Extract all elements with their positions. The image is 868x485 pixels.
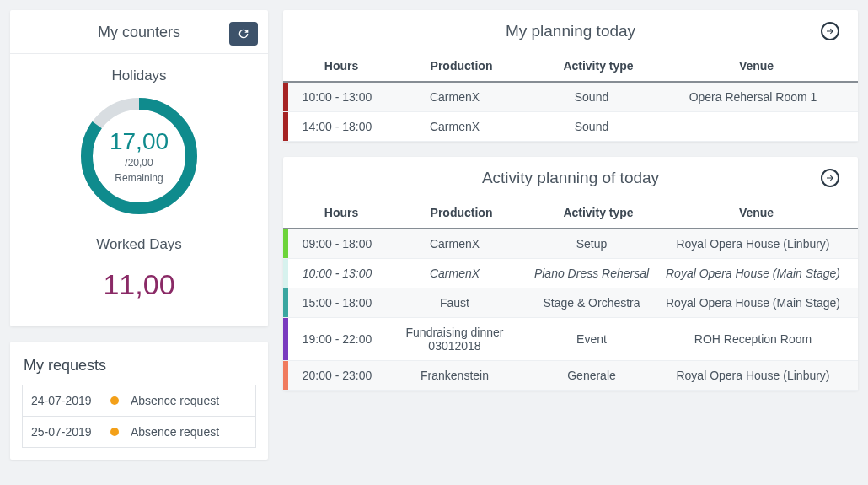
status-dot-icon [110,396,119,405]
arrow-right-icon [825,26,835,36]
cell-production: CarmenX [381,120,528,133]
cell-hours: 10:00 - 13:00 [288,267,381,280]
cell-production: CarmenX [381,90,528,104]
cell-hours: 09:00 - 18:00 [288,237,381,251]
request-label: Absence request [131,394,219,407]
table-row[interactable]: 09:00 - 18:00CarmenXSetupRoyal Opera Hou… [283,229,858,259]
counters-title: My counters [98,24,180,41]
request-date: 24-07-2019 [31,394,105,407]
request-row[interactable]: 24-07-2019Absence request [23,385,255,417]
cell-activity: Stage & Orchestra [528,296,655,310]
activity-planning-goto-button[interactable] [821,169,839,187]
activity-planning-card: Activity planning of today Hours Product… [283,157,858,391]
cell-venue: Opera Rehersal Room 1 [655,90,851,104]
col-venue: Venue [662,206,851,219]
table-row[interactable]: 15:00 - 18:00FaustStage & OrchestraRoyal… [283,288,858,318]
cell-activity: Setup [528,237,655,251]
col-activity: Activity type [535,59,662,73]
col-hours: Hours [295,206,388,219]
refresh-icon [237,27,250,40]
table-row[interactable]: 10:00 - 13:00CarmenXSoundOpera Rehersal … [283,83,858,112]
cell-venue: Royal Opera House (Linbury) [655,237,851,251]
holidays-label: Holidays [19,67,260,84]
col-hours: Hours [295,59,388,73]
arrow-right-icon [825,173,835,183]
col-venue: Venue [662,59,851,73]
cell-hours: 14:00 - 18:00 [288,120,381,133]
cell-production: Faust [381,296,528,310]
requests-title: My requests [24,357,255,375]
table-row[interactable]: 20:00 - 23:00FrankensteinGeneraleRoyal O… [283,361,858,391]
cell-venue: Royal Opera House (Main Stage) [655,267,851,280]
cell-activity: Piano Dress Rehersal [528,267,655,280]
activity-planning-title: Activity planning of today [292,169,849,187]
holidays-value: 17,00 [110,128,169,155]
request-row[interactable]: 25-07-2019Absence request [23,417,255,447]
cell-production: CarmenX [381,237,528,251]
worked-days-label: Worked Days [19,236,260,253]
my-planning-goto-button[interactable] [821,22,839,40]
cell-activity: Event [528,332,655,346]
request-date: 25-07-2019 [31,425,105,439]
requests-table: 24-07-2019Absence request25-07-2019Absen… [22,385,256,448]
cell-activity: Generale [528,369,655,382]
worked-days-value: 11,00 [19,268,260,301]
col-production: Production [388,59,535,73]
table-row[interactable]: 14:00 - 18:00CarmenXSound [283,112,858,142]
requests-card: My requests 24-07-2019Absence request25-… [10,342,268,460]
col-activity: Activity type [535,206,662,219]
cell-activity: Sound [528,90,655,104]
table-row[interactable]: 19:00 - 22:00Fundraising dinner 03012018… [283,318,858,361]
my-planning-title: My planning today [292,22,849,40]
cell-production: Fundraising dinner 03012018 [381,326,528,353]
cell-venue: Royal Opera House (Main Stage) [655,296,851,310]
my-planning-card: My planning today Hours Production Activ… [283,10,858,142]
cell-hours: 15:00 - 18:00 [288,296,381,310]
counters-card: My counters Holidays 17,00 /20,0 [10,10,268,326]
cell-production: Frankenstein [381,369,528,382]
col-production: Production [388,206,535,219]
cell-hours: 20:00 - 23:00 [288,369,381,382]
cell-hours: 10:00 - 13:00 [288,90,381,104]
holidays-max: /20,00 [125,157,153,169]
cell-hours: 19:00 - 22:00 [288,332,381,346]
cell-venue: ROH Reception Room [655,332,851,346]
holidays-remaining-label: Remaining [115,172,163,184]
table-row[interactable]: 10:00 - 13:00CarmenXPiano Dress Rehersal… [283,259,858,288]
request-label: Absence request [131,425,219,439]
cell-venue: Royal Opera House (Linbury) [655,369,851,382]
refresh-button[interactable] [229,22,258,46]
cell-activity: Sound [528,120,655,133]
cell-production: CarmenX [381,267,528,280]
status-dot-icon [110,428,119,436]
holidays-gauge: 17,00 /20,00 Remaining [76,93,202,219]
